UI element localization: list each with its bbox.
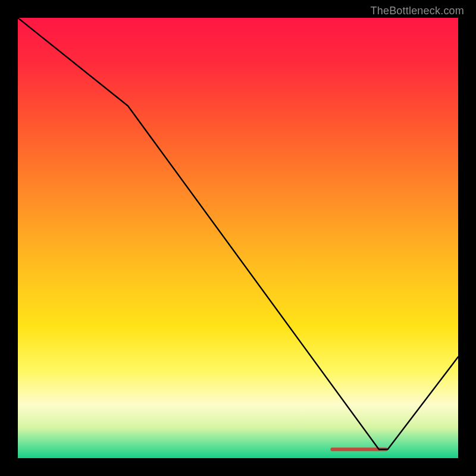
chart-canvas bbox=[18, 18, 458, 458]
gradient-background bbox=[18, 18, 458, 458]
plot-area bbox=[18, 18, 458, 458]
attribution-label: TheBottleneck.com bbox=[371, 5, 464, 17]
chart-frame: TheBottleneck.com bbox=[0, 0, 476, 476]
